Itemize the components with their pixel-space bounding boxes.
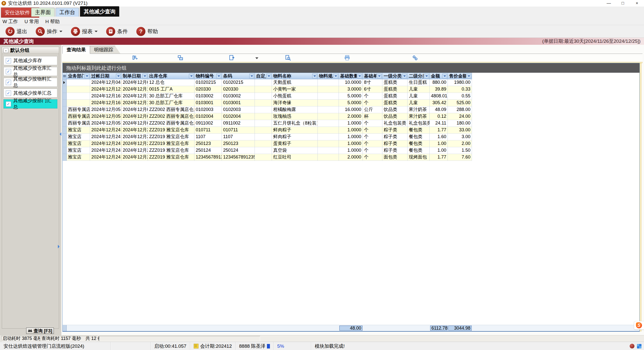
grid-cell[interactable]: 1.50 (448, 147, 472, 154)
column-header-自定义码[interactable]: 自定义码 (255, 73, 272, 79)
grid-cell[interactable]: 粽子类 (382, 140, 408, 147)
grid-cell[interactable] (67, 93, 90, 100)
grid-cell[interactable]: 1234567891235 (222, 154, 255, 161)
checkbox-icon[interactable]: ✓ (6, 69, 11, 74)
column-header-一级分类[interactable]: 一级分类 (382, 73, 408, 79)
grid-cell[interactable]: 12 总仓 (148, 79, 194, 86)
result-tab-1[interactable]: 查询结果 (62, 46, 90, 54)
toolbar-button-帮助[interactable]: ?帮助 (136, 27, 158, 36)
table-row[interactable]: 雅宝店2024年12月24日2024年12月24日ZZZ019 雅宝店仓库123… (63, 154, 472, 161)
grid-cell[interactable]: 0102003 (222, 106, 255, 113)
column-filter-button[interactable] (116, 74, 121, 78)
grid-cell[interactable]: 果汁奶茶 (408, 113, 430, 120)
grid-cell[interactable]: 30 总部工厂仓库 (148, 93, 194, 100)
grid-cell[interactable]: 蛋糕类 (382, 79, 408, 86)
grid-cell[interactable]: 0.33 (448, 86, 472, 93)
grid-cell[interactable]: 个 (363, 134, 382, 140)
grid-cell[interactable]: 西丽专属店 (67, 106, 90, 113)
column-header-基础单位[interactable]: 基础单位 (363, 73, 382, 79)
grid-cell[interactable]: 礼盒包装类 (408, 120, 430, 127)
grid-cell[interactable]: 1.0000 (339, 140, 363, 147)
grid-cell[interactable]: 餐包类 (408, 127, 430, 134)
grid-cell[interactable]: 0102004 (194, 113, 222, 120)
grid-cell[interactable]: 柑橘酸梅露 (272, 106, 318, 113)
grid-cell[interactable]: 鲜肉粽子 (272, 134, 318, 140)
table-row[interactable]: 雅宝店2024年12月24日2024年12月24日ZZZ019 雅宝店仓库250… (63, 147, 472, 154)
grid-cell[interactable]: 01020215 (194, 79, 222, 86)
column-header-条码[interactable]: 条码 (222, 73, 255, 79)
grid-cell[interactable]: 01020215 (222, 79, 255, 86)
toolbar-button-退出[interactable]: 退出 (6, 27, 27, 36)
grid-cell[interactable]: 五仁月饼礼盒（8粒装） (272, 120, 318, 127)
grid-cell[interactable]: 个 (363, 147, 382, 154)
row-selector[interactable] (63, 106, 67, 113)
grid-cell[interactable] (318, 154, 339, 161)
grid-cell[interactable] (318, 93, 339, 100)
table-row[interactable]: 2024年12月16日2024年12月16日30 总部工厂仓库010300201… (63, 93, 472, 100)
grid-cell[interactable] (318, 79, 339, 86)
export-dropdown-icon[interactable] (254, 55, 260, 61)
grid-cell[interactable]: 2024年12月16日 (122, 100, 148, 106)
grid-cell[interactable] (318, 140, 339, 147)
grid-cell[interactable]: 2024年12月05日 (122, 120, 148, 127)
row-selector[interactable] (63, 100, 67, 106)
grid-cell[interactable]: 个 (363, 120, 382, 127)
column-filter-button[interactable] (189, 74, 194, 78)
grid-cell[interactable]: 250124 (194, 147, 222, 154)
grid-cell[interactable]: 2.0000 (339, 113, 363, 120)
row-selector[interactable] (63, 113, 67, 120)
column-header-物料编号[interactable]: 物料编号 (194, 73, 222, 79)
grid-cell[interactable]: ZZZ019 雅宝店仓库 (148, 147, 194, 154)
column-header-制单日期[interactable]: 制单日期 (122, 73, 148, 79)
grid-cell[interactable]: 0103001 (222, 100, 255, 106)
grid-cell[interactable]: 2024年12月24日 (122, 134, 148, 140)
grid-cell[interactable]: 0911002 (222, 120, 255, 127)
grid-cell[interactable]: 1.77 (430, 127, 448, 134)
grid-cell[interactable]: 2024年12月16日 (90, 100, 122, 106)
grid-cell[interactable]: 1234567891235 (194, 154, 222, 161)
grid-cell[interactable]: 180.00 (448, 120, 472, 127)
grid-cell[interactable]: 儿童 (408, 86, 430, 93)
grid-cell[interactable]: 5.0000 (339, 100, 363, 106)
right-scroll-strip[interactable] (640, 63, 641, 331)
grid-cell[interactable]: 880.00 (430, 79, 448, 86)
grid-cell[interactable]: 1.77 (430, 154, 448, 161)
grid-cell[interactable]: 杯 (363, 113, 382, 120)
grid-cell[interactable]: 0103001 (194, 100, 222, 106)
grid-cell[interactable] (255, 100, 272, 106)
table-row[interactable]: 雅宝店2024年12月24日2024年12月24日ZZZ019 雅宝店仓库250… (63, 140, 472, 147)
grid-cell[interactable]: 西丽专属店 (67, 120, 90, 127)
grid-cell[interactable] (318, 86, 339, 93)
grid-cell[interactable]: 525.00 (448, 100, 472, 106)
grid-cell[interactable]: 粽子类 (382, 134, 408, 140)
grid-cell[interactable]: 粽子类 (382, 127, 408, 134)
app-tab-1[interactable]: 主界面 (31, 8, 55, 17)
grid-cell[interactable]: 真空袋 (272, 147, 318, 154)
grid-cell[interactable]: 个 (363, 154, 382, 161)
grid-cell[interactable] (255, 154, 272, 161)
grid-cell[interactable]: 天鹅蛋糕 (272, 79, 318, 86)
grid-cell[interactable]: 西丽专属店 (67, 113, 90, 120)
grid-cell[interactable]: 1.00 (430, 147, 448, 154)
grid-cell[interactable]: 2024年12月05日 (90, 106, 122, 113)
checkbox-icon[interactable]: ✓ (6, 80, 11, 85)
grid-cell[interactable]: 8寸 (363, 79, 382, 86)
row-selector[interactable] (63, 127, 67, 134)
grid-cell[interactable]: 33.00 (448, 127, 472, 134)
toolbar-button-操作[interactable]: 操作 (36, 27, 62, 36)
grid-cell[interactable]: ZZZ019 雅宝店仓库 (148, 154, 194, 161)
grid-cell[interactable]: 288.00 (448, 106, 472, 113)
grid-cell[interactable] (255, 86, 272, 93)
grid-cell[interactable]: 0103002 (222, 93, 255, 100)
column-header-出库仓库[interactable]: 出库仓库 (148, 73, 194, 79)
column-filter-button[interactable] (357, 74, 362, 78)
grid-cell[interactable]: 39.89 (430, 86, 448, 93)
grid-cell[interactable]: ZZZ002 西丽专属店仓库 (148, 120, 194, 127)
grid-cell[interactable]: 餐包类 (408, 140, 430, 147)
grid-cell[interactable]: 1.00 (430, 140, 448, 147)
menu-item-2[interactable]: U 常用 (24, 18, 39, 25)
column-header-过帐日期[interactable]: 过帐日期 (90, 73, 122, 79)
table-row[interactable]: 西丽专属店2024年12月05日2024年12月05日ZZZ002 西丽专属店仓… (63, 106, 472, 113)
grid-cell[interactable]: 2024年12月05日 (90, 113, 122, 120)
sidebar-item-4[interactable]: ✓其他减少按单汇总 (4, 89, 57, 98)
